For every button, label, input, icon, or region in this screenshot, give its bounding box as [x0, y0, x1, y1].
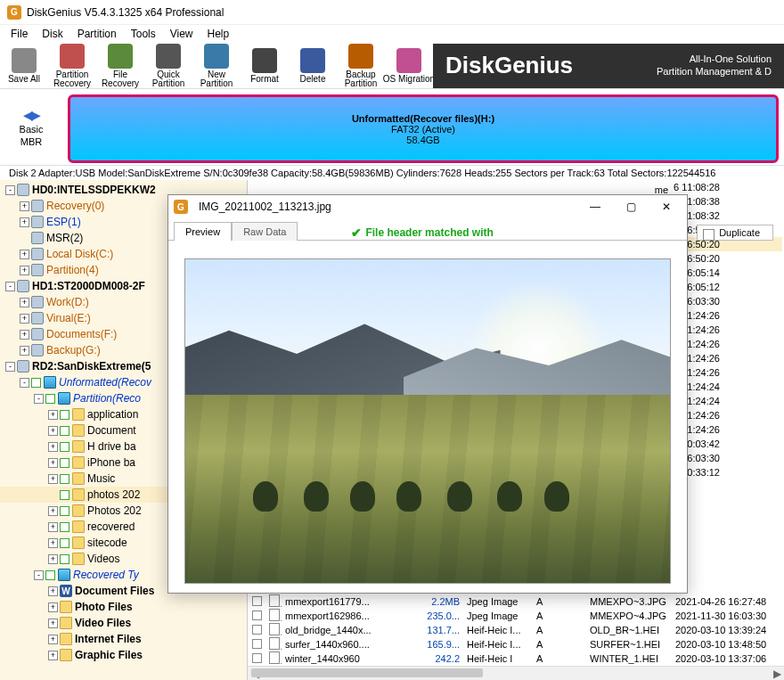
scroll-right-icon[interactable]: ▶: [770, 667, 784, 680]
expand-icon[interactable]: -: [5, 362, 15, 372]
expand-icon[interactable]: +: [48, 506, 58, 516]
row-checkbox[interactable]: [252, 625, 262, 635]
expand-icon[interactable]: +: [20, 330, 29, 340]
tree-label: Virual(E:): [46, 312, 91, 324]
tree-checkbox[interactable]: [60, 474, 69, 484]
tree-checkbox[interactable]: [60, 442, 69, 452]
file-row[interactable]: mmexport162986...235.0...Jpeg ImageAMMEX…: [248, 609, 784, 623]
expand-icon[interactable]: -: [20, 378, 29, 388]
expand-icon[interactable]: +: [20, 266, 29, 275]
tree-label: HD0:INTELSSDPEKKW2: [32, 184, 156, 196]
folder-icon: [60, 617, 72, 629]
date-cell[interactable]: 6 11:08:28: [670, 180, 782, 194]
expand-icon[interactable]: +: [48, 522, 58, 532]
row-checkbox[interactable]: [252, 653, 262, 663]
expand-icon[interactable]: -: [5, 282, 15, 291]
tab-preview[interactable]: Preview: [174, 222, 232, 241]
menu-file[interactable]: File: [5, 26, 33, 42]
save-all-button[interactable]: Save All: [0, 44, 48, 88]
expand-icon[interactable]: +: [20, 314, 29, 324]
row-checkbox[interactable]: [252, 596, 262, 606]
expand-icon[interactable]: +: [20, 346, 29, 356]
expand-icon[interactable]: +: [20, 217, 29, 227]
tree-checkbox[interactable]: [60, 522, 69, 532]
tree-checkbox[interactable]: [60, 458, 69, 468]
os-migration-button[interactable]: OS Migration: [385, 44, 433, 88]
file-recovery-icon: [108, 44, 133, 69]
horizontal-scrollbar[interactable]: ◀ ▶: [248, 666, 784, 680]
nav-arrows[interactable]: ◀▶: [23, 108, 39, 122]
basic-label: Basic: [20, 124, 44, 135]
expand-icon[interactable]: +: [48, 474, 58, 484]
tab-raw-data[interactable]: Raw Data: [232, 222, 298, 241]
menu-tools[interactable]: Tools: [126, 26, 161, 42]
scroll-thumb[interactable]: [251, 668, 483, 677]
partition-block[interactable]: Unformatted(Recover files)(H:) FAT32 (Ac…: [68, 94, 779, 163]
tree-checkbox[interactable]: [45, 570, 55, 580]
preview-titlebar[interactable]: G IMG_20211002_113213.jpg — ▢ ✕: [168, 195, 687, 218]
tree-checkbox[interactable]: [31, 378, 41, 388]
file-row[interactable]: winter_1440x960242.2Heif-Heic IAWINTER_1…: [248, 651, 784, 666]
disk-nav: ◀▶ Basic MBR: [0, 89, 62, 165]
duplicate-button[interactable]: Duplicate: [697, 225, 773, 241]
expand-icon[interactable]: +: [48, 586, 58, 596]
tree-label: Photos 202: [87, 504, 142, 517]
delete-button[interactable]: Delete: [289, 44, 337, 88]
file-row[interactable]: surfer_1440x960....165.9...Heif-Heic I..…: [248, 637, 784, 651]
drive-icon: [17, 184, 29, 196]
tree-checkbox[interactable]: [60, 538, 69, 548]
row-checkbox[interactable]: [252, 639, 262, 649]
backup-partition-button[interactable]: Backup Partition: [337, 44, 385, 88]
menu-partition[interactable]: Partition: [72, 26, 122, 42]
expand-icon[interactable]: +: [48, 651, 58, 660]
expand-icon[interactable]: -: [34, 570, 44, 580]
expand-icon[interactable]: +: [48, 410, 58, 420]
file-recovery-button[interactable]: File Recovery: [96, 44, 144, 88]
tree-label: application: [87, 408, 138, 421]
file-attr: A: [533, 625, 551, 635]
expand-icon[interactable]: +: [48, 442, 58, 452]
format-button[interactable]: Format: [241, 44, 289, 88]
expand-icon[interactable]: +: [48, 538, 58, 548]
folder-icon: [72, 472, 85, 485]
file-row[interactable]: mmexport161779...2.2MBJpeg ImageAMMEXPO~…: [248, 594, 784, 609]
menu-help[interactable]: Help: [202, 26, 235, 42]
tree-checkbox[interactable]: [45, 394, 55, 404]
expand-icon[interactable]: +: [20, 250, 29, 259]
expand-icon[interactable]: +: [48, 554, 58, 564]
expand-icon[interactable]: +: [48, 635, 58, 644]
maximize-button[interactable]: ▢: [616, 198, 646, 216]
tree-item[interactable]: +Video Files: [0, 615, 247, 631]
file-shortname: MMEXPO~4.JPG: [586, 610, 672, 621]
menu-view[interactable]: View: [165, 26, 199, 42]
expand-icon[interactable]: +: [48, 602, 58, 612]
tree-label: iPhone ba: [87, 456, 135, 469]
file-icon: [269, 651, 280, 664]
close-button[interactable]: ✕: [651, 198, 682, 216]
expand-icon[interactable]: +: [48, 458, 58, 468]
drive-icon: [31, 216, 44, 228]
expand-icon[interactable]: +: [48, 426, 58, 436]
row-checkbox[interactable]: [252, 610, 262, 620]
file-attr: A: [533, 610, 551, 621]
new-partition-button[interactable]: New Partition: [192, 44, 241, 88]
expand-icon[interactable]: +: [48, 619, 58, 628]
minimize-button[interactable]: —: [580, 198, 610, 216]
expand-icon[interactable]: +: [20, 298, 29, 307]
tree-item[interactable]: +Photo Files: [0, 599, 247, 615]
expand-icon[interactable]: +: [20, 201, 29, 211]
tree-checkbox[interactable]: [60, 490, 69, 500]
tree-item[interactable]: +Graphic Files: [0, 647, 247, 663]
quick-partition-button[interactable]: Quick Partition: [144, 44, 192, 88]
tree-checkbox[interactable]: [60, 410, 69, 420]
tree-checkbox[interactable]: [60, 426, 69, 436]
tree-checkbox[interactable]: [60, 506, 69, 516]
tree-item[interactable]: +Internet Files: [0, 631, 247, 647]
expand-icon[interactable]: -: [34, 394, 44, 404]
file-row[interactable]: old_bridge_1440x...131.7...Heif-Heic I..…: [248, 623, 784, 637]
partition-recovery-button[interactable]: Partition Recovery: [48, 44, 96, 88]
expand-icon[interactable]: -: [5, 185, 15, 195]
tree-checkbox[interactable]: [60, 554, 69, 564]
menu-disk[interactable]: Disk: [37, 26, 68, 42]
tree-label: Graphic Files: [75, 649, 143, 661]
